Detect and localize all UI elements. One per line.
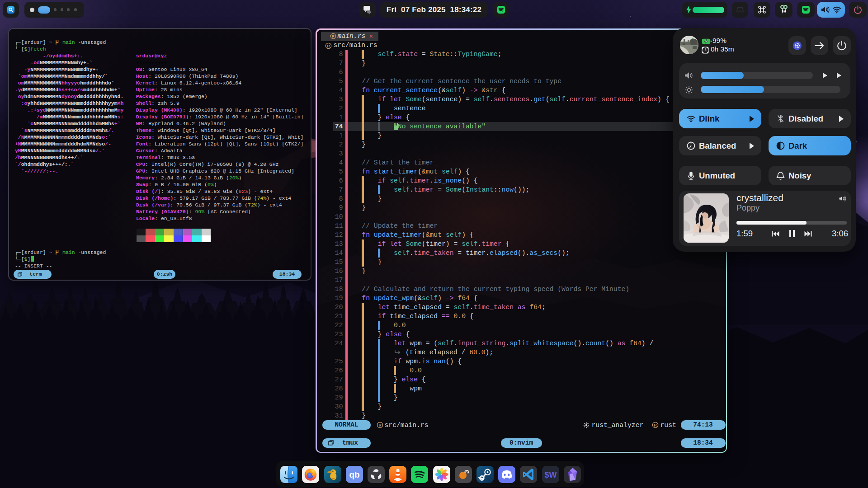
svg-text:qb: qb bbox=[349, 470, 359, 479]
svg-text:$W: $W bbox=[544, 470, 557, 479]
svg-text:R: R bbox=[327, 43, 330, 48]
svg-text:R: R bbox=[332, 34, 335, 38]
svg-text:R: R bbox=[378, 423, 381, 427]
svg-text:R: R bbox=[654, 423, 656, 427]
